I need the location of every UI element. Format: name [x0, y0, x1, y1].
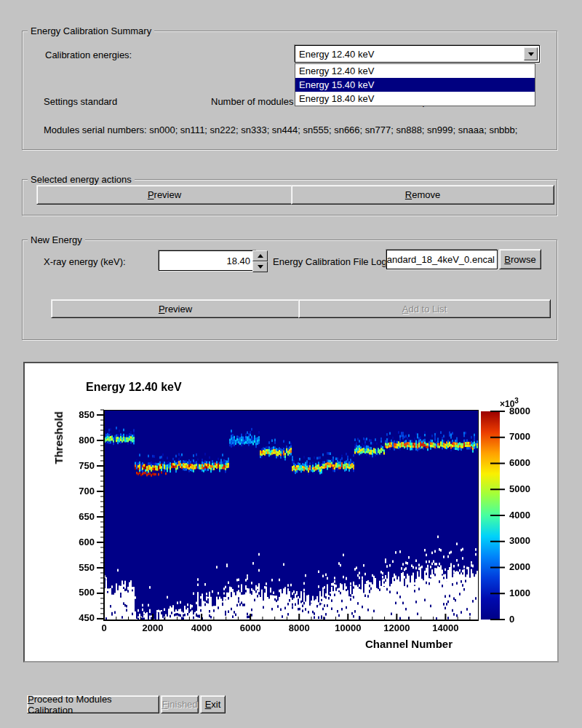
arrow-down-icon	[258, 265, 263, 269]
group-legend: Selected energy actions	[28, 174, 135, 185]
dropdown-item[interactable]: Energy 12.40 keV	[295, 64, 535, 78]
number-of-modules-label: Number of modules 12	[211, 96, 307, 107]
combobox-value: Energy 12.40 keV	[299, 49, 374, 60]
group-legend: Energy Calibration Summary	[28, 25, 154, 36]
arrow-up-icon	[258, 254, 263, 258]
xray-energy-input[interactable]: 18.40	[159, 250, 257, 271]
settings-standard-label: Settings standard	[44, 96, 117, 107]
threshold-scan-plot-panel: Energy 12.40 keV Threshold Channel Numbe…	[23, 362, 559, 662]
spin-down-button[interactable]	[252, 261, 268, 272]
plot-y-axis-label: Threshold	[52, 411, 65, 464]
exit-button[interactable]: Exit	[200, 695, 226, 713]
finished-button[interactable]: Finished	[161, 695, 199, 713]
remove-selected-button[interactable]: Remove	[291, 185, 554, 205]
colorbar-exponent-label: ×103	[500, 397, 519, 409]
xray-energy-label: X-ray energy (keV):	[44, 256, 126, 267]
chevron-down-icon	[528, 52, 534, 56]
calibration-energies-combobox[interactable]: Energy 12.40 keV	[295, 45, 540, 63]
calibration-file-input[interactable]: standard_18_4keV_0.encal	[386, 250, 498, 269]
plot-x-axis-label: Channel Number	[365, 638, 453, 650]
threshold-scan-heatmap	[25, 363, 557, 661]
modules-serial-numbers-label: Modules serial numbers: sn000; sn111; sn…	[44, 124, 517, 135]
plot-title: Energy 12.40 keV	[86, 381, 182, 394]
dropdown-item[interactable]: Energy 18.40 keV	[295, 92, 535, 106]
group-legend: New Energy	[28, 234, 85, 245]
combobox-dropdown-button[interactable]	[524, 47, 538, 60]
dropdown-item[interactable]: Energy 15.40 keV	[295, 78, 535, 92]
preview-selected-button[interactable]: Preview	[36, 185, 292, 205]
add-to-list-button[interactable]: Add to List	[298, 299, 551, 318]
browse-button[interactable]: Browse	[499, 249, 541, 269]
proceed-to-modules-calibration-button[interactable]: Proceed to Modules Calibration	[27, 695, 159, 713]
calibration-file-label: Energy Calibration File Log	[273, 256, 387, 267]
preview-new-energy-button[interactable]: Preview	[51, 299, 300, 318]
spin-up-button[interactable]	[252, 250, 268, 261]
calibration-energies-label: Calibration energies:	[45, 50, 132, 60]
calibration-energies-dropdown-list: Energy 12.40 keV Energy 15.40 keV Energy…	[295, 63, 535, 106]
